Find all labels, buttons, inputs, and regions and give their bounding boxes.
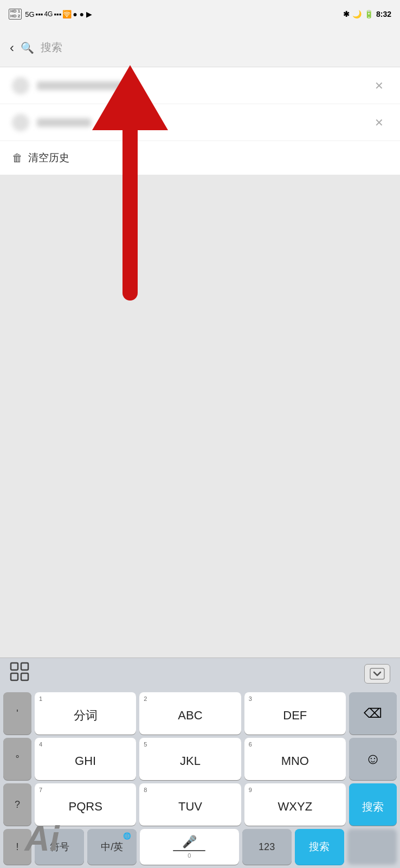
mno-key[interactable]: 6 MNO bbox=[244, 738, 346, 780]
fenci-key[interactable]: 1 分词 bbox=[35, 692, 136, 735]
wxyz-key[interactable]: 9 WXYZ bbox=[244, 783, 346, 826]
svg-rect-2 bbox=[11, 663, 18, 670]
status-left: HD 1 HD 2 5G ▪▪▪ 4G ▪▪▪ 🛜 ● ● ▶ bbox=[9, 9, 92, 20]
apostrophe-key[interactable]: ' bbox=[3, 692, 31, 735]
4g-icon: 4G bbox=[44, 10, 53, 18]
history-avatar-1 bbox=[12, 77, 29, 94]
space-key[interactable]: 🎤 0 bbox=[140, 829, 238, 865]
signal-bars-icon: ▪▪▪ bbox=[36, 10, 43, 18]
keyboard-row-1: ' 1 分词 2 ABC 3 DEF ⌫ bbox=[3, 692, 397, 735]
keyboard-row-2: ° 4 GHI 5 JKL 6 MNO ☺ bbox=[3, 738, 397, 780]
zhongying-key[interactable]: 中/英 🌐 bbox=[87, 829, 137, 865]
back-button[interactable]: ‹ bbox=[10, 40, 14, 55]
bluetooth-icon: ✱ bbox=[343, 10, 350, 18]
emoji-key[interactable]: ☺ bbox=[349, 738, 397, 780]
grid-icon[interactable] bbox=[10, 662, 29, 685]
history-avatar-2 bbox=[12, 114, 29, 131]
hd-badge: HD 1 HD 2 bbox=[9, 9, 22, 20]
delete-icon: ⌫ bbox=[364, 706, 382, 721]
search-input[interactable]: 搜索 bbox=[41, 40, 62, 55]
history-text-1 bbox=[37, 81, 370, 90]
space-underline bbox=[173, 850, 205, 851]
blurred-key bbox=[347, 829, 397, 865]
wifi-icon: 🛜 bbox=[62, 10, 72, 18]
search-bar[interactable]: ‹ 🔍 搜索 bbox=[0, 28, 400, 67]
history-item-1[interactable]: ✕ bbox=[0, 67, 400, 104]
status-right: ✱ 🌙 🔋 8:32 bbox=[343, 10, 391, 18]
history-text-2 bbox=[37, 118, 370, 127]
search-bottom-key[interactable]: 搜索 bbox=[295, 829, 344, 865]
history-item-2[interactable]: ✕ bbox=[0, 104, 400, 141]
ghi-key[interactable]: 4 GHI bbox=[35, 738, 136, 780]
clear-history-button[interactable]: 🗑 清空历史 bbox=[0, 141, 400, 175]
left-special-col-2: ° bbox=[3, 738, 31, 780]
globe-icon: 🌐 bbox=[123, 832, 131, 840]
num-key[interactable]: 123 bbox=[242, 829, 292, 865]
svg-rect-6 bbox=[370, 668, 384, 679]
status-bar: HD 1 HD 2 5G ▪▪▪ 4G ▪▪▪ 🛜 ● ● ▶ ✱ 🌙 🔋 8:… bbox=[0, 0, 400, 28]
delete-key[interactable]: ⌫ bbox=[349, 692, 397, 735]
emoji-icon: ☺ bbox=[365, 750, 381, 768]
search-action-key[interactable]: 搜索 bbox=[349, 783, 397, 826]
ai-badge: Ai bbox=[0, 809, 84, 868]
svg-rect-3 bbox=[21, 663, 28, 670]
history-close-1[interactable]: ✕ bbox=[370, 75, 388, 97]
time-display: 8:32 bbox=[376, 10, 391, 18]
search-icon: 🔍 bbox=[21, 41, 34, 54]
svg-rect-5 bbox=[21, 673, 28, 680]
abc-key[interactable]: 2 ABC bbox=[139, 692, 241, 735]
content-area: ✕ ✕ 🗑 清空历史 bbox=[0, 67, 400, 175]
signal-icon: 5G bbox=[25, 10, 34, 18]
tuv-key[interactable]: 8 TUV bbox=[139, 783, 241, 826]
signal-bars2-icon: ▪▪▪ bbox=[54, 10, 61, 18]
app-icons: ● ● ▶ bbox=[73, 10, 92, 18]
hide-keyboard-button[interactable] bbox=[364, 664, 390, 684]
grey-area bbox=[0, 175, 400, 484]
battery-icon: 🔋 bbox=[364, 10, 373, 18]
trash-icon: 🗑 bbox=[12, 152, 23, 164]
def-key[interactable]: 3 DEF bbox=[244, 692, 346, 735]
keyboard-toolbar bbox=[0, 658, 400, 689]
svg-rect-4 bbox=[11, 673, 18, 680]
clear-history-label: 清空历史 bbox=[28, 151, 69, 165]
degree-key[interactable]: ° bbox=[3, 738, 31, 780]
left-special-col-1: ' bbox=[3, 692, 31, 735]
jkl-key[interactable]: 5 JKL bbox=[139, 738, 241, 780]
history-close-2[interactable]: ✕ bbox=[370, 112, 388, 133]
mic-icon: 🎤 bbox=[182, 835, 197, 849]
moon-icon: 🌙 bbox=[352, 10, 362, 18]
